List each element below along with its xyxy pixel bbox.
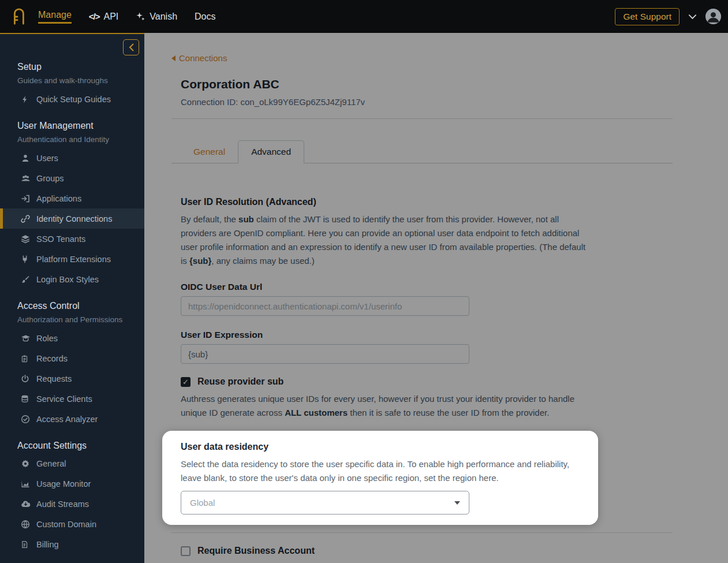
sidebar-item-label: Applications [36, 194, 81, 203]
sidebar-section-access-control: Access Control Authorization and Permiss… [0, 301, 144, 429]
sidebar-item-label: Records [36, 354, 68, 363]
section-title: Account Settings [17, 441, 144, 451]
section-subtitle: Authorization and Permissions [17, 315, 144, 324]
clipboard-icon [21, 354, 31, 363]
link-icon [21, 214, 31, 223]
section-title: User Management [17, 121, 144, 131]
sidebar-section-account-settings: Account Settings General [0, 441, 144, 554]
avatar-icon[interactable] [705, 9, 721, 24]
section-title: Setup [17, 62, 144, 72]
sidebar-item-label: Users [36, 154, 58, 163]
sidebar-item-label: Access Analyzer [36, 415, 98, 424]
nav-item-api[interactable]: </> API [89, 12, 118, 22]
sidebar-item-label: SSO Tenants [36, 234, 85, 244]
database-icon [21, 394, 31, 404]
sidebar-item-usage-monitor[interactable]: Usage Monitor [0, 473, 144, 494]
sidebar-item-records[interactable]: Records [0, 348, 144, 368]
gear-icon [21, 459, 31, 468]
sidebar-item-quick-setup-guides[interactable]: Quick Setup Guides [0, 89, 144, 109]
sidebar-item-users[interactable]: Users [0, 148, 144, 168]
nav-item-docs[interactable]: Docs [195, 12, 215, 22]
brush-icon [21, 275, 31, 284]
section-subtitle: Guides and walk-throughs [17, 76, 144, 85]
sidebar-item-general[interactable]: General [0, 453, 144, 473]
nav-item-vanish[interactable]: Vanish [136, 12, 177, 22]
sidebar-item-label: Groups [36, 174, 64, 183]
sidebar: Setup Guides and walk-throughs Quick Set… [0, 33, 144, 563]
sidebar-item-label: Service Clients [36, 394, 92, 404]
sidebar-nav: Setup Guides and walk-throughs Quick Set… [0, 34, 144, 554]
plug-icon [21, 255, 31, 264]
section-subtitle: Authentication and Identity [17, 135, 144, 144]
authress-logo[interactable] [9, 5, 29, 28]
power-icon [21, 374, 31, 383]
top-navbar: Manage </> API Vanish Docs [0, 0, 728, 33]
sidebar-item-applications[interactable]: Applications [0, 188, 144, 208]
sidebar-item-label: Usage Monitor [36, 479, 91, 489]
sidebar-section-setup: Setup Guides and walk-throughs Quick Set… [0, 62, 144, 109]
user-data-residency-description: Select the data residency to store the u… [181, 457, 573, 485]
sidebar-item-service-clients[interactable]: Service Clients [0, 389, 144, 409]
globe-icon [21, 520, 31, 529]
sidebar-item-label: Audit Streams [36, 499, 89, 509]
layers-icon [21, 234, 31, 244]
sidebar-item-audit-streams[interactable]: Audit Streams [0, 494, 144, 514]
sidebar-item-label: Requests [36, 374, 72, 383]
sidebar-item-label: Roles [36, 334, 58, 343]
navbar-left: Manage </> API Vanish Docs [9, 5, 216, 28]
nav-menu: Manage </> API Vanish Docs [38, 10, 216, 24]
check-circle-icon [21, 415, 31, 424]
user-icon [21, 154, 31, 163]
users-icon [21, 174, 31, 183]
main-content: Connections Corporation ABC Connection I… [144, 33, 728, 563]
get-support-button[interactable]: Get Support [615, 8, 680, 25]
sign-in-icon [21, 194, 31, 203]
chevron-down-icon[interactable] [688, 14, 697, 20]
caret-down-icon [454, 501, 460, 505]
data-residency-selected-value: Global [190, 498, 215, 508]
sidebar-item-groups[interactable]: Groups [0, 168, 144, 188]
sidebar-item-roles[interactable]: Roles [0, 328, 144, 348]
sidebar-item-label: Billing [36, 540, 59, 549]
graduation-cap-icon [21, 334, 31, 343]
nav-item-label: Vanish [150, 12, 177, 22]
user-data-residency-card: User data residency Select the data resi… [162, 431, 598, 525]
app-root: Manage </> API Vanish Docs [0, 0, 728, 563]
code-icon: </> [89, 12, 100, 21]
body-row: Setup Guides and walk-throughs Quick Set… [0, 33, 728, 563]
navbar-right: Get Support [615, 8, 721, 25]
nav-item-manage[interactable]: Manage [38, 10, 72, 24]
sidebar-item-label: Identity Connections [36, 214, 112, 223]
cloud-download-icon [21, 499, 31, 509]
sidebar-item-label: Platform Extensions [36, 255, 111, 264]
sidebar-item-label: Quick Setup Guides [36, 95, 111, 104]
sparkle-icon [136, 12, 145, 21]
chevron-left-icon [129, 43, 134, 51]
sidebar-item-identity-connections[interactable]: Identity Connections [0, 208, 144, 229]
data-residency-select[interactable]: Global [181, 491, 469, 514]
sidebar-item-login-box-styles[interactable]: Login Box Styles [0, 269, 144, 289]
billing-icon [21, 540, 31, 549]
sidebar-item-requests[interactable]: Requests [0, 368, 144, 389]
sidebar-item-billing[interactable]: Billing [0, 534, 144, 554]
bolt-icon [21, 95, 31, 104]
sidebar-item-label: Login Box Styles [36, 275, 99, 284]
sidebar-section-user-management: User Management Authentication and Ident… [0, 121, 144, 289]
sidebar-item-platform-extensions[interactable]: Platform Extensions [0, 249, 144, 269]
sidebar-item-custom-domain[interactable]: Custom Domain [0, 514, 144, 534]
sidebar-item-label: General [36, 459, 66, 468]
sidebar-item-label: Custom Domain [36, 520, 96, 529]
sidebar-item-sso-tenants[interactable]: SSO Tenants [0, 229, 144, 249]
sidebar-item-access-analyzer[interactable]: Access Analyzer [0, 409, 144, 429]
chart-icon [21, 479, 31, 489]
nav-item-label: API [104, 12, 119, 22]
section-title: Access Control [17, 301, 144, 311]
sidebar-collapse-button[interactable] [123, 39, 139, 55]
user-data-residency-heading: User data residency [181, 442, 573, 452]
